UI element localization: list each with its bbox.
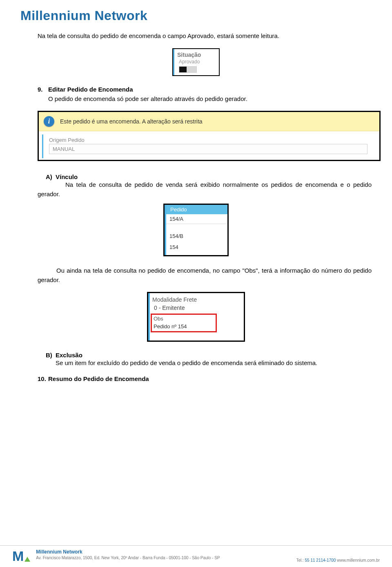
obs-paragraph: Ou ainda na tela de consulta no pedido d… <box>20 266 372 285</box>
pedido-row: 154/B <box>165 231 227 241</box>
origem-pedido-label: Origem Pedido <box>49 137 375 143</box>
info-toast: i Este pedido é uma encomenda. A alteraç… <box>39 112 379 131</box>
section-9-heading: 9. Editar Pedido de Encomenda <box>20 86 372 93</box>
frete-value: 0 - Emitente <box>154 304 241 314</box>
section-a-heading: A) Vínculo <box>20 173 372 180</box>
pedido-row: 154 <box>165 242 227 252</box>
screenshot-alert: i Este pedido é uma encomenda. A alteraç… <box>38 111 381 161</box>
screenshot-modalidade-frete: Modalidade Frete 0 - Emitente Obs Pedido… <box>147 292 245 342</box>
intro-paragraph: Na tela de consulta do pedido de encomen… <box>20 31 372 41</box>
brand-header: Millennium Network <box>20 8 372 23</box>
accent-bar <box>173 49 174 75</box>
footer-company-name: Millennium Network <box>36 549 296 555</box>
section-a-letter: A) <box>46 173 56 180</box>
aprovado-toggle <box>179 66 197 73</box>
toggle-knob <box>179 67 187 72</box>
accent-bar <box>148 293 150 341</box>
page-footer: M Millennium Network Av. Francisco Matar… <box>0 545 392 563</box>
section-b-text: Se um item for excluído do pedido de ven… <box>20 359 372 368</box>
origem-pedido-field: Origem Pedido MANUAL <box>42 134 379 158</box>
pedido-column-header: Pedido <box>166 205 227 214</box>
obs-value: Pedido nº 154 <box>154 323 214 329</box>
section-10-number: 10. <box>38 375 48 382</box>
toast-text: Este pedido é uma encomenda. A alteração… <box>60 118 203 125</box>
section-10-heading: 10. Resumo do Pedido de Encomenda <box>20 375 372 382</box>
section-b-letter: B) <box>46 352 56 359</box>
section-a-text: Na tela de consulta de pedido de venda s… <box>20 180 372 199</box>
section-b-title: Exclusão <box>56 352 82 359</box>
footer-contact: Tel.: 55 11 2114-1700 www.millennium.com… <box>296 558 380 563</box>
situacao-value: Aprovado <box>179 59 216 65</box>
situacao-label: Situação <box>177 52 216 58</box>
logo-triangle-icon <box>24 557 30 562</box>
footer-address: Av. Francisco Matarazzo, 1500, Ed. New Y… <box>36 556 296 560</box>
obs-label: Obs <box>154 316 214 322</box>
accent-bar <box>165 205 166 255</box>
section-9-text: O pedido de encomenda só pode ser altera… <box>20 94 372 104</box>
logo-m-icon: M <box>12 549 24 563</box>
pedido-row: 154/A <box>165 214 227 224</box>
section-9-number: 9. <box>38 86 48 93</box>
origem-pedido-value: MANUAL <box>49 144 368 154</box>
screenshot-pedido-list: Pedido 154/A 154/B 154 <box>163 204 229 256</box>
section-9-title: Editar Pedido de Encomenda <box>48 86 133 93</box>
screenshot-situacao: Situação Aprovado <box>172 48 220 76</box>
footer-logo: M <box>12 549 30 563</box>
frete-label: Modalidade Frete <box>152 296 241 304</box>
info-icon: i <box>44 116 54 127</box>
section-a-title: Vínculo <box>56 173 78 180</box>
section-10-title: Resumo do Pedido de Encomenda <box>48 375 149 382</box>
obs-highlight-box: Obs Pedido nº 154 <box>151 314 217 332</box>
section-b-heading: B) Exclusão <box>20 352 372 359</box>
